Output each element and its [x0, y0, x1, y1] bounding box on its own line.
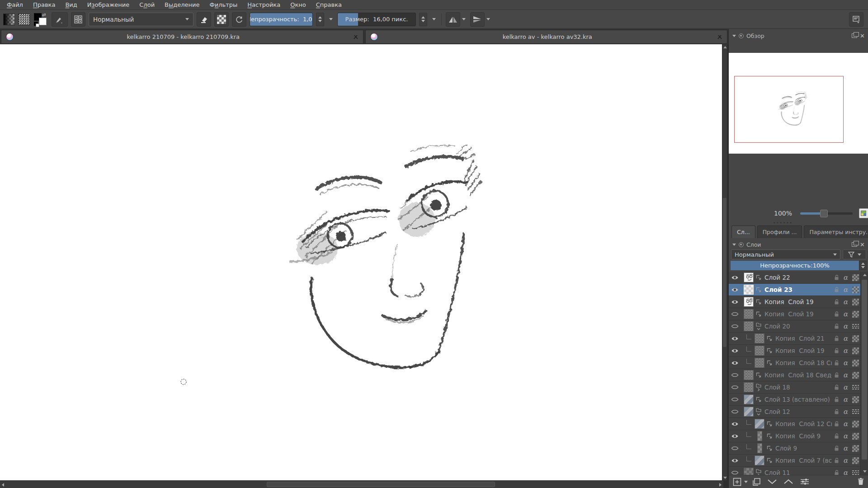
layer-lock-toggle[interactable]	[832, 396, 841, 403]
layer-visibility-toggle[interactable]	[731, 323, 743, 329]
layer-channel-toggle[interactable]	[850, 470, 861, 475]
brush-preset-button[interactable]	[52, 12, 68, 27]
layer-channel-toggle[interactable]	[850, 433, 861, 440]
fit-canvas-button[interactable]	[859, 208, 868, 218]
layer-channel-toggle[interactable]	[850, 457, 861, 464]
layer-channel-toggle[interactable]	[850, 445, 861, 452]
layer-alpha-lock-toggle[interactable]: α	[841, 299, 850, 305]
layer-channel-toggle[interactable]	[850, 396, 861, 403]
layer-alpha-lock-toggle[interactable]: α	[841, 445, 850, 452]
layer-lock-toggle[interactable]	[832, 274, 841, 281]
layer-channel-toggle[interactable]	[850, 385, 861, 390]
add-layer-dropdown[interactable]	[744, 481, 748, 483]
mirror-vertical-dropdown[interactable]	[485, 14, 491, 24]
canvas[interactable]	[0, 44, 722, 480]
layer-lock-toggle[interactable]	[832, 286, 841, 293]
delete-layer-button[interactable]	[857, 478, 864, 486]
layer-row-10[interactable]: Слой 18α	[729, 381, 861, 393]
document-tab-1[interactable]: kelkarro 210709 - kelkarro 210709.kra	[1, 30, 363, 44]
size-dropdown[interactable]	[430, 14, 437, 24]
layer-opacity-slider[interactable]: Непрозрачность: 100%	[731, 261, 859, 270]
layer-filter-button[interactable]	[843, 249, 866, 259]
layer-channel-toggle[interactable]	[850, 299, 861, 305]
layer-lock-toggle[interactable]	[832, 335, 841, 342]
background-color-swatch[interactable]	[39, 18, 47, 25]
layer-alpha-lock-toggle[interactable]: α	[841, 274, 850, 281]
layer-row-5[interactable]: Слой 20α	[729, 320, 861, 332]
layer-alpha-lock-toggle[interactable]: α	[841, 360, 850, 366]
layer-lock-toggle[interactable]	[832, 469, 841, 475]
layer-visibility-toggle[interactable]	[731, 433, 743, 439]
layer-lock-toggle[interactable]	[832, 311, 841, 317]
scroll-right-arrow[interactable]	[717, 481, 723, 488]
layer-row-3[interactable]: Копия Слой 19α	[729, 296, 861, 308]
layer-row-9[interactable]: Копия Слой 18 Сведеноα	[729, 369, 861, 381]
docker-tab-3[interactable]: Параметры инстру...	[804, 225, 868, 238]
layer-alpha-lock-toggle[interactable]: α	[841, 311, 850, 318]
layer-row-2[interactable]: Слой 23α	[729, 284, 861, 296]
layer-channel-toggle[interactable]	[850, 324, 861, 329]
move-layer-up-button[interactable]	[783, 479, 793, 484]
duplicate-layer-button[interactable]	[752, 478, 761, 486]
docker-tab-2[interactable]: Профили ...	[757, 225, 802, 238]
close-docker-icon[interactable]: ✕	[860, 242, 865, 248]
reset-colors-icon[interactable]	[34, 22, 38, 26]
layer-lock-toggle[interactable]	[832, 323, 841, 329]
add-layer-button[interactable]	[733, 478, 741, 486]
float-docker-icon[interactable]	[852, 242, 857, 247]
group-expand-toggle[interactable]	[755, 321, 763, 331]
layer-visibility-toggle[interactable]	[731, 396, 743, 403]
layer-channel-toggle[interactable]	[850, 286, 861, 293]
layer-row-4[interactable]: Копия Слой 19α	[729, 308, 861, 320]
menu-item-10[interactable]: Справка	[311, 0, 347, 9]
layer-channel-toggle[interactable]	[850, 421, 861, 427]
layer-visibility-toggle[interactable]	[731, 360, 743, 366]
zoom-slider-handle[interactable]	[820, 210, 828, 217]
scroll-left-arrow[interactable]	[0, 481, 6, 488]
scroll-up-arrow[interactable]	[861, 272, 868, 278]
layer-visibility-toggle[interactable]	[731, 384, 743, 390]
mirror-vertical-button[interactable]	[470, 12, 485, 27]
layer-row-1[interactable]: Слой 22α	[729, 272, 861, 283]
close-docker-icon[interactable]: ✕	[860, 33, 865, 39]
close-tab-icon[interactable]	[717, 34, 722, 40]
layer-channel-toggle[interactable]	[850, 372, 861, 379]
zoom-slider[interactable]	[800, 212, 853, 215]
layer-channel-toggle[interactable]	[850, 360, 861, 366]
menu-item-9[interactable]: Окно	[285, 0, 311, 9]
layer-alpha-lock-toggle[interactable]: α	[841, 286, 850, 293]
overview-widget[interactable]	[729, 53, 868, 154]
layer-row-13[interactable]: Копия Слой 12 Све...α	[729, 418, 861, 430]
scroll-down-arrow[interactable]	[722, 475, 727, 480]
collapse-icon[interactable]	[732, 244, 736, 246]
move-layer-down-button[interactable]	[767, 479, 777, 484]
layer-channel-toggle[interactable]	[850, 274, 861, 281]
vertical-scroll-thumb[interactable]	[723, 198, 726, 347]
layer-opacity-spinner[interactable]	[859, 261, 867, 270]
layer-visibility-toggle[interactable]	[731, 311, 743, 317]
scroll-up-arrow[interactable]	[722, 44, 727, 50]
layer-alpha-lock-toggle[interactable]: α	[841, 433, 850, 440]
layer-row-14[interactable]: Копия Слой 9α	[729, 430, 861, 442]
size-slider[interactable]: Размер: 16,00 пикс.	[337, 13, 416, 26]
layer-row-15[interactable]: Слой 9α	[729, 442, 861, 454]
canvas-vertical-scrollbar[interactable]	[722, 44, 727, 480]
group-expand-toggle[interactable]	[755, 382, 763, 392]
opacity-spinner[interactable]	[316, 13, 324, 26]
layer-lock-toggle[interactable]	[832, 347, 841, 354]
group-expand-toggle[interactable]	[755, 407, 763, 417]
layer-lock-toggle[interactable]	[832, 360, 841, 366]
reload-original-preset-button[interactable]	[232, 12, 246, 27]
layer-visibility-toggle[interactable]	[731, 286, 743, 293]
layer-alpha-lock-toggle[interactable]: α	[841, 421, 850, 427]
size-spinner[interactable]	[419, 13, 427, 26]
layer-visibility-toggle[interactable]	[731, 457, 743, 464]
layer-lock-toggle[interactable]	[832, 384, 841, 390]
layer-properties-button[interactable]	[800, 478, 810, 485]
layer-lock-toggle[interactable]	[832, 445, 841, 451]
group-expand-toggle[interactable]	[755, 468, 763, 475]
menu-item-1[interactable]: Файл	[2, 0, 28, 9]
layer-lock-toggle[interactable]	[832, 408, 841, 415]
blending-mode-select[interactable]: Нормальный	[89, 13, 193, 26]
layer-lock-toggle[interactable]	[832, 457, 841, 464]
